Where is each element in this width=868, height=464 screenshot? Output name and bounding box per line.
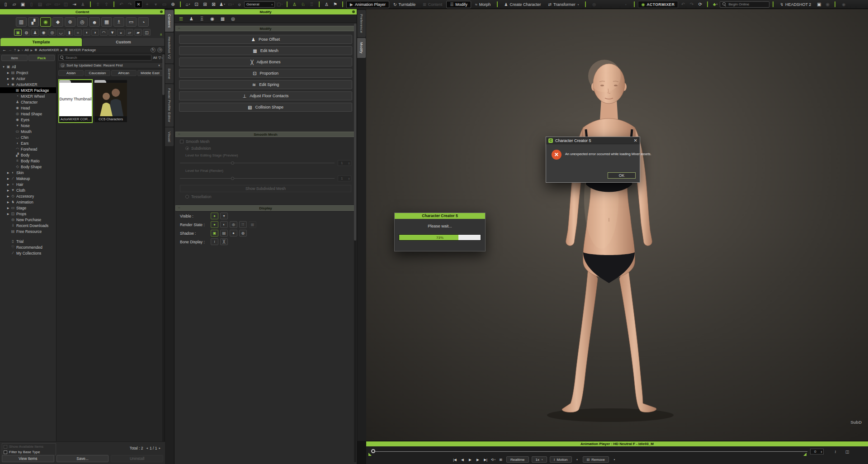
realtime-button[interactable]: Realtime	[506, 456, 529, 463]
final-level-slider[interactable]	[180, 178, 335, 179]
filter-by-base-type-checkbox[interactable]: Filter by Base Type	[4, 450, 54, 454]
content-panel-header[interactable]: Content	[0, 9, 165, 14]
render-shaded-button[interactable]: ●	[211, 221, 218, 228]
subdivision-radio[interactable]: Subdivision	[185, 146, 351, 151]
tree-expanded-icon[interactable]: ▼	[7, 83, 9, 86]
collapse-section-icon[interactable]: −	[178, 133, 180, 136]
tree-item-body-shape[interactable]: ◇Body Shape	[0, 164, 56, 170]
tree-item-body[interactable]: ▞Body	[0, 152, 56, 158]
filter-chip-caucasian[interactable]: Caucasian	[85, 70, 110, 76]
smooth-mesh-checkbox[interactable]: Smooth Mesh	[180, 139, 351, 144]
category-chart-icon[interactable]: ◔	[138, 17, 149, 27]
eye-tab-icon[interactable]: ◉	[209, 16, 216, 21]
camera-view-icon[interactable]: ⊠	[210, 0, 217, 8]
tree-item-stage[interactable]: ▶▭Stage	[0, 205, 56, 211]
visible-options-button[interactable]: ▾	[220, 213, 228, 219]
motion-button[interactable]: ≀ Motion	[550, 456, 572, 463]
tree-item-all[interactable]: ▼▣All	[0, 64, 56, 70]
remove-button[interactable]: ⊟ Remove	[583, 456, 609, 463]
home-view-icon[interactable]: ⌂▾	[184, 0, 192, 8]
camera-record-icon[interactable]: ◫	[844, 449, 851, 455]
tree-collapsed-icon[interactable]: ▶	[7, 212, 9, 215]
category-project-icon[interactable]: ▥	[16, 17, 27, 27]
remove-options-icon[interactable]: ▾	[612, 457, 617, 463]
gizmo-mode-icon[interactable]: ♟▾	[218, 0, 226, 8]
dock-tab-headshot-v2[interactable]: Headshot V2	[165, 33, 174, 63]
final-level-value[interactable]: 1 ▲▼	[338, 175, 351, 181]
search-input[interactable]: Search	[58, 55, 151, 61]
range-end-marker[interactable]	[803, 453, 807, 456]
filter-chip-asian[interactable]: Asian	[58, 70, 84, 76]
subcategory-icon[interactable]: ▮	[66, 29, 73, 36]
category-mask-icon[interactable]: ◎	[77, 17, 88, 27]
asset-card[interactable]: Dummy ThumbnailActorMIXER COR...	[59, 80, 92, 122]
tree-item-actor[interactable]: ▶◉Actor	[0, 76, 56, 81]
collision-shape-button[interactable]: ▧Collision Shape	[179, 103, 352, 112]
page-next-icon[interactable]: ▸	[159, 446, 160, 450]
create-character-button[interactable]: ♟Create Character	[501, 1, 544, 8]
online-search-input[interactable]: Begin Online	[720, 1, 769, 8]
tree-item-new-purchase[interactable]: ◎New Purchase	[0, 217, 56, 223]
sync-icon[interactable]: ⟳	[696, 0, 704, 8]
tab-pack[interactable]: Pack	[28, 55, 55, 61]
subcategory-icon[interactable]: ◖	[83, 29, 90, 36]
tree-item-makeup[interactable]: ▶∕Makeup	[0, 175, 56, 181]
dock-tab-preference[interactable]: Preference	[357, 10, 366, 37]
category-tools-icon[interactable]: ⊕	[65, 17, 75, 27]
tree-collapsed-icon[interactable]: ▶	[7, 71, 9, 74]
morph-button[interactable]: ≈Morph	[472, 1, 494, 8]
headshot-button[interactable]: ↯HEADSHOT 2	[777, 1, 814, 8]
ok-button[interactable]: OK	[608, 172, 636, 179]
tree-item-my-collections[interactable]: ∕My Collections	[0, 250, 56, 256]
category-head-icon[interactable]: ◉	[40, 17, 51, 27]
pose-tab-icon[interactable]: ♟	[188, 16, 195, 21]
new-project-icon[interactable]: ▯	[2, 0, 9, 8]
category-outfit-icon[interactable]: ▞	[28, 17, 39, 27]
modify-toggle-button[interactable]: ☰Modify	[446, 1, 471, 8]
tree-collapsed-icon[interactable]: ▶	[7, 206, 9, 209]
export-icon[interactable]: ⇥	[71, 0, 78, 8]
timeline-track[interactable]	[374, 451, 807, 452]
subcategory-icon[interactable]: ◡	[57, 29, 65, 36]
error-dialog-titlebar[interactable]: C Character Creator 5 ✕	[546, 137, 640, 144]
breadcrumb-item[interactable]: ActorMIXER	[39, 48, 59, 52]
panel-menu-dot-icon[interactable]	[352, 10, 355, 13]
lighting-icon[interactable]: ☼	[236, 0, 243, 8]
actormixer-logo[interactable]: ◉ACTORMIXER	[638, 1, 679, 8]
smart-update-icon[interactable]: ◷	[157, 47, 162, 52]
previous-frame-button[interactable]: ◀	[460, 457, 465, 463]
tree-collapsed-icon[interactable]: ▶	[7, 194, 9, 198]
asset-card[interactable]: CC5 Characters	[94, 80, 127, 122]
tree-item-ears[interactable]: ◖Ears	[0, 140, 56, 146]
next-frame-button[interactable]: ▶	[475, 457, 481, 463]
tree-item-body-ratio[interactable]: ≡Body Ratio	[0, 158, 56, 164]
subcategory-icon[interactable]: ▰	[134, 29, 142, 36]
import-icon[interactable]: ⊕	[169, 0, 177, 8]
tree-item-mixer-package[interactable]: ▦MIXER Package	[0, 87, 56, 93]
tree-item-chin[interactable]: ◡Chin	[0, 134, 56, 140]
grid-button[interactable]: ⊞	[498, 457, 504, 463]
tree-item-accessory[interactable]: ▶◇Accessory	[0, 193, 56, 199]
category-face-icon[interactable]: ☻	[89, 17, 100, 27]
nature-tool-icon[interactable]: ♣▾	[711, 0, 719, 8]
transformer-button[interactable]: ⇄Transformer▾	[545, 1, 582, 8]
tab-custom[interactable]: Custom	[83, 38, 164, 46]
first-frame-button[interactable]: |◀	[452, 457, 458, 463]
search-scope-dropdown[interactable]: All	[153, 56, 157, 60]
tree-item-skin[interactable]: ▶◐Skin	[0, 170, 56, 175]
subcategory-icon[interactable]: ▱	[126, 29, 133, 36]
loop-range-button[interactable]: ⟲▾	[491, 457, 496, 463]
dock-tab-visual[interactable]: Visual	[165, 128, 174, 146]
adjust-bones-button[interactable]: ╳Adjust Bones	[179, 57, 352, 66]
copy-stack-icon[interactable]: ▣	[815, 0, 823, 8]
render-points-button[interactable]: ∷	[239, 221, 247, 228]
page-prev-icon[interactable]: ◂	[146, 446, 148, 450]
dock-tab-scene[interactable]: Scene	[165, 64, 174, 83]
flag-icon[interactable]: ⚑	[331, 0, 339, 8]
tree-collapsed-icon[interactable]: ▶	[7, 200, 9, 204]
motion-clip-icon[interactable]: ≀	[832, 449, 839, 455]
play-button[interactable]: ▶	[467, 457, 473, 463]
tree-item-hair[interactable]: ▶♆Hair	[0, 181, 56, 187]
run-mode-icon[interactable]: ♘	[299, 0, 307, 8]
tree-item-mixer-wheel[interactable]: ◔MIXER Wheel	[0, 93, 56, 99]
